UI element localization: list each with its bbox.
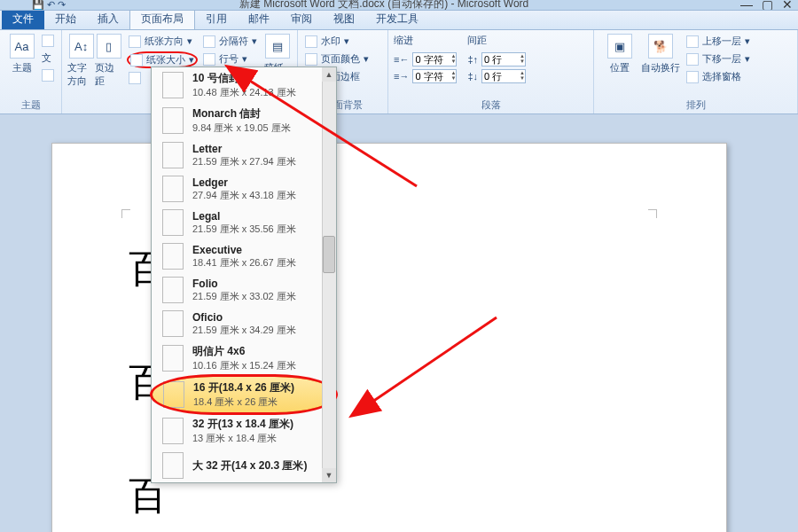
save-icon[interactable]: 💾 (32, 0, 44, 11)
paper-size-option[interactable]: Monarch 信封9.84 厘米 x 19.05 厘米 (152, 103, 336, 138)
option-name: 明信片 4x6 (192, 344, 296, 359)
spacing-heading: 间距 (467, 34, 526, 47)
spin-down-icon[interactable]: ▼ (450, 75, 456, 81)
paper-size-option[interactable]: 16 开(18.4 x 26 厘米)18.4 厘米 x 26 厘米 (152, 376, 336, 413)
scroll-thumb[interactable] (323, 236, 335, 273)
paper-thumb-icon (162, 243, 184, 270)
paper-size-option[interactable]: 明信片 4x610.16 厘米 x 15.24 厘米 (152, 340, 336, 376)
tab-home[interactable]: 开始 (44, 9, 87, 29)
title-bar: 💾 ↶ ↷ 新建 Microsoft Word 文档.docx (自动保存的) … (0, 0, 798, 11)
close-button[interactable]: ✕ (782, 0, 793, 11)
paper-size-option[interactable]: Oficio21.59 厘米 x 34.29 厘米 (152, 307, 336, 340)
wrap-text-button[interactable]: 🐕 自动换行 (640, 34, 681, 74)
paper-size-option[interactable]: Letter21.59 厘米 x 27.94 厘米 (152, 138, 336, 172)
theme-colors-button[interactable] (40, 34, 56, 48)
option-dimensions: 21.59 厘米 x 27.94 厘米 (192, 155, 296, 168)
selection-pane-icon (686, 71, 699, 83)
minimize-button[interactable]: — (740, 0, 753, 11)
paper-thumb-icon (162, 107, 184, 134)
maximize-button[interactable]: ▢ (762, 0, 773, 11)
margins-label: 页边距 (95, 61, 122, 88)
option-dimensions: 13 厘米 x 18.4 厘米 (192, 432, 293, 445)
theme-effects-button[interactable] (40, 68, 56, 82)
paper-size-option[interactable]: Legal21.59 厘米 x 35.56 厘米 (152, 206, 336, 239)
option-name: Letter (192, 143, 296, 155)
tab-developer[interactable]: 开发工具 (365, 9, 429, 29)
orientation-label: 纸张方向 (145, 35, 184, 48)
watermark-label: 水印 (321, 35, 340, 48)
redo-icon[interactable]: ↷ (58, 0, 66, 11)
breaks-label: 分隔符 (219, 35, 248, 48)
selection-pane-label: 选择窗格 (702, 70, 741, 83)
option-dimensions: 10.16 厘米 x 15.24 厘米 (192, 359, 296, 372)
watermark-button[interactable]: 水印 ▾ (303, 34, 371, 49)
paper-thumb-icon (162, 452, 184, 479)
paper-size-option[interactable]: Folio21.59 厘米 x 33.02 厘米 (152, 273, 336, 307)
paper-thumb-icon (162, 209, 184, 236)
bring-forward-icon (686, 35, 699, 48)
paper-thumb-icon (162, 418, 184, 444)
option-dimensions: 18.4 厘米 x 26 厘米 (193, 395, 294, 409)
tab-references[interactable]: 引用 (195, 9, 238, 29)
indent-left-field[interactable]: ≡←▲▼ (394, 52, 457, 66)
paper-thumb-icon (162, 72, 184, 98)
tab-mailings[interactable]: 邮件 (238, 9, 280, 29)
tab-view[interactable]: 视图 (323, 9, 365, 29)
tab-page-layout[interactable]: 页面布局 (129, 8, 195, 29)
dropdown-scrollbar[interactable]: ▲ ▼ (322, 67, 336, 482)
position-icon: ▣ (607, 34, 632, 59)
crop-mark-tr (648, 209, 657, 218)
option-name: 大 32 开(14 x 20.3 厘米) (192, 458, 307, 473)
bring-forward-button[interactable]: 上移一层 ▾ (685, 34, 752, 49)
option-dimensions: 9.84 厘米 x 19.05 厘米 (192, 121, 291, 135)
indent-right-field[interactable]: ≡→▲▼ (394, 69, 457, 83)
group-paragraph-label: 段落 (394, 97, 588, 112)
spacing-before-field[interactable]: ‡↑▲▼ (467, 52, 526, 66)
paper-thumb-icon (163, 381, 184, 408)
option-name: Oficio (192, 311, 296, 324)
scroll-up-icon[interactable]: ▲ (322, 67, 336, 82)
bring-forward-label: 上移一层 (702, 35, 741, 48)
margins-button[interactable]: ▯ 页边距 (95, 34, 122, 88)
option-name: 10 号信封 (192, 71, 296, 86)
tab-file[interactable]: 文件 (2, 9, 44, 29)
scroll-down-icon[interactable]: ▼ (322, 468, 336, 482)
spacing-after-icon: ‡↓ (467, 71, 478, 82)
position-button[interactable]: ▣ 位置 (599, 34, 640, 74)
option-name: Folio (192, 278, 296, 290)
paper-size-dropdown[interactable]: ▲ ▼ 10 号信封10.48 厘米 x 24.13 厘米Monarch 信封9… (151, 66, 337, 483)
paper-size-option[interactable]: 大 32 开(14 x 20.3 厘米) (152, 449, 336, 482)
paper-size-option[interactable]: Ledger27.94 厘米 x 43.18 厘米 (152, 172, 336, 206)
send-backward-icon (686, 53, 699, 66)
spacing-after-field[interactable]: ‡↓▲▼ (467, 69, 526, 83)
spin-down-icon[interactable]: ▼ (520, 59, 525, 64)
orientation-button[interactable]: 纸张方向 ▾ (127, 34, 198, 49)
undo-icon[interactable]: ↶ (47, 0, 55, 11)
send-backward-button[interactable]: 下移一层 ▾ (685, 51, 752, 66)
window-title: 新建 Microsoft Word 文档.docx (自动保存的) - Micr… (239, 0, 528, 11)
option-name: 32 开(13 x 18.4 厘米) (192, 417, 293, 432)
theme-fonts-button[interactable]: 文 (40, 51, 56, 66)
paper-size-option[interactable]: Executive18.41 厘米 x 26.67 厘米 (152, 239, 336, 273)
paper-size-option[interactable]: 10 号信封10.48 厘米 x 24.13 厘米 (152, 67, 336, 103)
line-numbers-button[interactable]: 行号 ▾ (201, 51, 259, 66)
selection-pane-button[interactable]: 选择窗格 (685, 69, 752, 84)
quick-access-toolbar: 💾 ↶ ↷ (32, 0, 66, 11)
tab-insert[interactable]: 插入 (87, 9, 129, 29)
tab-review[interactable]: 审阅 (280, 9, 323, 29)
option-dimensions: 21.59 厘米 x 34.29 厘米 (192, 324, 296, 337)
paper-size-option[interactable]: 32 开(13 x 18.4 厘米)13 厘米 x 18.4 厘米 (152, 413, 336, 449)
themes-button[interactable]: Aa 主题 (5, 34, 38, 74)
writing-paper-icon: ▤ (265, 34, 290, 59)
text-direction-button[interactable]: A↕ 文字方向 (67, 34, 95, 88)
breaks-button[interactable]: 分隔符 ▾ (201, 34, 259, 49)
effects-icon (42, 69, 54, 82)
wrap-label: 自动换行 (641, 61, 680, 74)
option-dimensions: 27.94 厘米 x 43.18 厘米 (192, 189, 296, 202)
option-dimensions: 21.59 厘米 x 35.56 厘米 (192, 223, 296, 236)
spin-down-icon[interactable]: ▼ (450, 59, 456, 64)
spin-down-icon[interactable]: ▼ (520, 75, 525, 81)
breaks-icon (203, 35, 215, 48)
page-color-button[interactable]: 页面颜色 ▾ (303, 51, 371, 66)
paper-thumb-icon (162, 142, 184, 168)
